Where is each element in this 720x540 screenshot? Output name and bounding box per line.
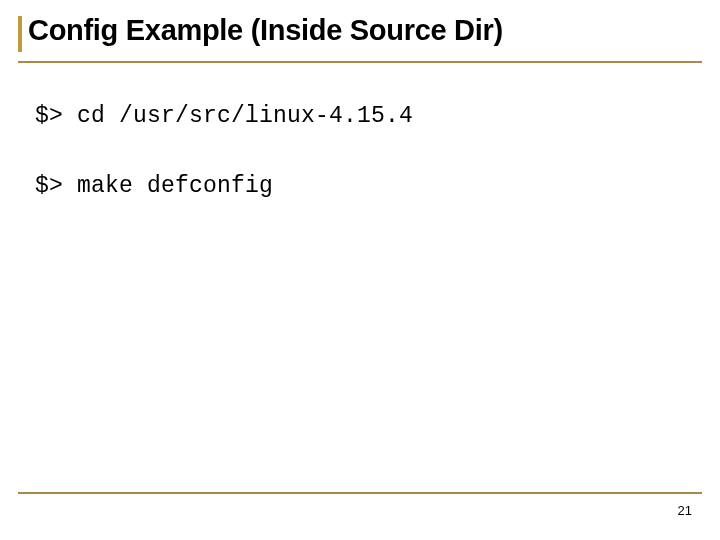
slide-container: Config Example (Inside Source Dir) $> cd…	[0, 0, 720, 540]
slide-title: Config Example (Inside Source Dir)	[28, 14, 702, 47]
bottom-divider	[18, 492, 702, 494]
page-number: 21	[678, 503, 692, 518]
title-container: Config Example (Inside Source Dir)	[0, 0, 720, 55]
title-accent-bar	[18, 16, 22, 52]
command-line-1: $> cd /usr/src/linux-4.15.4	[35, 103, 685, 129]
content-area: $> cd /usr/src/linux-4.15.4 $> make defc…	[0, 63, 720, 199]
command-line-2: $> make defconfig	[35, 173, 685, 199]
